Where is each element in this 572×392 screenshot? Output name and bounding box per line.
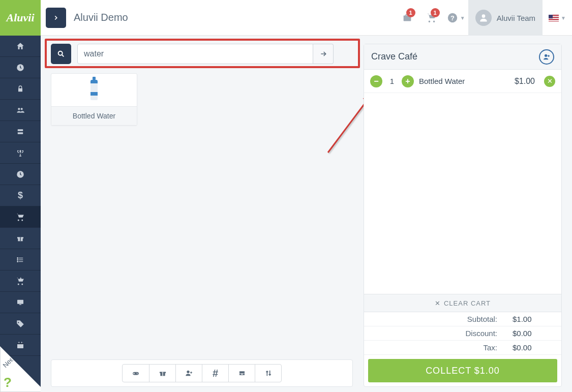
sort-icon[interactable] [255,365,281,382]
item-quantity: 1 [387,77,397,85]
svg-rect-11 [20,237,20,241]
user-menu[interactable]: Aluvii Team [468,0,543,36]
toggle-sidebar-button[interactable] [46,8,66,28]
brand-text: Aluvii [6,11,34,24]
decrement-button[interactable]: − [370,75,382,87]
svg-rect-22 [19,342,19,343]
page-title: Aluvii Demo [74,12,128,23]
search-bar [51,44,334,64]
us-flag-icon [549,15,559,21]
svg-line-25 [62,55,64,56]
sidebar-item-monitor[interactable] [0,292,41,313]
sidebar-item-trophy[interactable] [0,142,41,164]
sidebar-item-clock[interactable] [0,57,41,78]
cart-badge: 1 [431,8,440,17]
locale-selector[interactable]: ▼ [543,0,572,36]
svg-rect-7 [18,132,23,134]
sidebar-item-lock[interactable] [0,78,41,100]
sidebar-item-home[interactable] [0,36,41,57]
question-mark-icon: ? [4,375,12,390]
bottle-icon [91,80,98,100]
gamepad-icon[interactable] [123,365,149,382]
cart-title: Crave Café [371,51,417,62]
cart-items: − 1 + Bottled Water $1.00 ✕ [364,70,561,93]
increment-button[interactable]: + [402,75,414,87]
svg-point-2 [481,14,485,18]
product-name: Bottled Water [51,106,137,125]
cart-icon[interactable]: 1 [419,0,444,36]
collect-button[interactable]: COLLECT $1.00 [368,359,557,382]
brand-logo[interactable]: Aluvii [0,0,41,36]
hash-icon[interactable]: # [202,365,228,382]
gift-icon[interactable] [149,365,175,382]
sidebar-item-dollar[interactable]: $ [0,185,41,206]
svg-text:?: ? [450,14,455,22]
cart-header: Crave Café [364,44,561,70]
svg-point-15 [17,257,18,258]
subtotal-row: Subtotal: $1.00 [364,312,561,326]
svg-rect-19 [19,304,21,305]
remove-item-button[interactable]: ✕ [544,76,555,87]
svg-rect-23 [21,342,22,343]
help-icon[interactable]: ? ▼ [444,0,468,36]
sidebar-item-server[interactable] [0,121,41,142]
sidebar-item-users[interactable] [0,100,41,121]
cart-item-row: − 1 + Bottled Water $1.00 ✕ [364,70,561,93]
discount-row: Discount: $0.00 [364,326,561,341]
avatar-icon [475,10,492,26]
user-name: Aluvii Team [497,14,535,22]
svg-point-17 [17,261,18,262]
svg-rect-18 [17,299,23,304]
add-user-icon[interactable] [175,365,202,382]
svg-point-37 [545,54,547,56]
left-sidebar: $ [0,36,41,392]
svg-point-32 [137,373,138,374]
product-card[interactable]: Bottled Water [51,73,137,126]
svg-point-5 [21,108,23,110]
briefcase-icon[interactable]: 1 [395,0,419,36]
clear-cart-button[interactable]: ✕ CLEAR CART [364,294,561,312]
svg-point-16 [17,259,18,260]
search-input[interactable] [77,44,313,64]
sidebar-item-gift[interactable] [0,228,41,249]
tax-row: Tax: $0.00 [364,341,561,355]
search-button[interactable] [51,44,71,64]
sidebar-item-time[interactable] [0,164,41,185]
bottom-toolbar: # [51,359,353,387]
svg-rect-35 [162,372,163,376]
search-go-button[interactable] [313,44,334,64]
svg-point-36 [187,371,189,373]
add-customer-button[interactable] [539,49,554,65]
item-price: $1.00 [515,77,535,86]
close-icon: ✕ [435,299,441,307]
svg-rect-21 [17,343,23,344]
sidebar-item-tag[interactable] [0,313,41,335]
briefcase-badge: 1 [406,8,415,17]
svg-point-4 [18,108,20,110]
main-content: Bottled Water # Crave Café [41,36,572,392]
cart-panel: Crave Café − 1 + Bottled Water $1.00 ✕ ✕… [364,44,562,387]
svg-rect-30 [133,373,134,374]
svg-rect-6 [18,129,23,131]
clear-cart-label: CLEAR CART [444,299,491,307]
inbox-icon[interactable] [228,365,255,382]
sidebar-item-list[interactable] [0,249,41,270]
top-header: Aluvii Demo 1 1 ? ▼ Aluvii Team ▼ [41,0,572,36]
product-results: Bottled Water [51,73,137,126]
svg-point-31 [137,373,137,373]
svg-point-24 [58,51,63,55]
item-name: Bottled Water [419,77,509,85]
sidebar-item-cart[interactable] [0,206,41,228]
product-image [51,74,137,106]
sidebar-item-cart-down[interactable] [0,270,41,292]
